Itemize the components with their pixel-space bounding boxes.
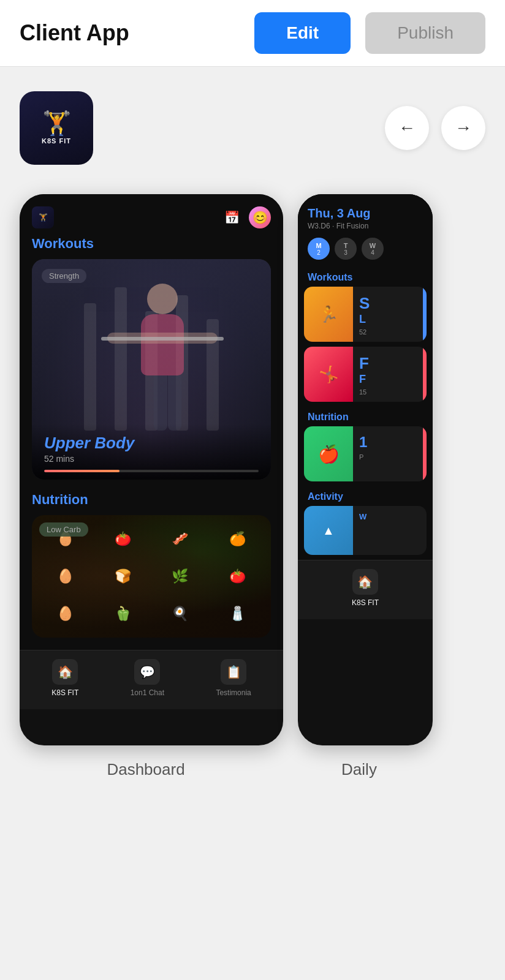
nutrition-accent bbox=[423, 426, 427, 481]
right-arrow-icon: → bbox=[455, 118, 472, 138]
secondary-activity-title: Activity bbox=[298, 486, 433, 506]
day-circle-w: W 4 bbox=[362, 238, 384, 260]
dashboard-label: Dashboard bbox=[39, 760, 252, 779]
workout-time: 52 mins bbox=[44, 454, 259, 464]
nav-item-home[interactable]: 🏠 K8S FIT bbox=[51, 659, 78, 697]
nav-item-testimonia[interactable]: 📋 Testimonia bbox=[216, 659, 251, 697]
food-item: 🍳 bbox=[153, 597, 208, 631]
content-area: 🏋️ K8S FIT ← → 🏋️ 📅 bbox=[0, 67, 505, 816]
low-carb-badge: Low Carb bbox=[39, 522, 88, 537]
prev-arrow-button[interactable]: ← bbox=[385, 106, 429, 150]
nav-label-chat: 1on1 Chat bbox=[131, 688, 164, 697]
user-avatar: 😊 bbox=[249, 206, 271, 228]
secondary-workout-thumb-1: 🏃 bbox=[304, 287, 353, 342]
secondary-phone-screen: Thu, 3 Aug W3.D6 · Fit Fusion M 2 T 3 W bbox=[298, 194, 433, 619]
phones-row: 🏋️ 📅 😊 Workouts bbox=[20, 194, 485, 745]
secondary-workout-thumb-2: 🤸 bbox=[304, 347, 353, 402]
secondary-workout-info-1: S L 52 bbox=[353, 287, 427, 342]
strength-badge: Strength bbox=[42, 269, 86, 283]
secondary-workout-card-2: 🤸 F F 15 bbox=[304, 347, 427, 402]
app-nav-row: 🏋️ K8S FIT ← → bbox=[20, 91, 485, 165]
header: Client App Edit Publish bbox=[0, 0, 505, 67]
testimonia-icon: 📋 bbox=[221, 659, 246, 685]
secondary-workouts-title: Workouts bbox=[298, 267, 433, 287]
main-phone: 🏋️ 📅 😊 Workouts bbox=[20, 194, 283, 745]
secondary-date: Thu, 3 Aug bbox=[308, 206, 423, 221]
page-title: Client App bbox=[20, 20, 129, 46]
food-item: 🍊 bbox=[210, 521, 265, 556]
phone-header: 🏋️ 📅 😊 bbox=[20, 194, 283, 236]
phone-bottom-nav: 🏠 K8S FIT 💬 1on1 Chat 📋 Testimonia bbox=[20, 650, 283, 709]
food-item: 🫑 bbox=[96, 597, 151, 631]
workout-title: Upper Body bbox=[44, 434, 259, 453]
nav-label-home: K8S FIT bbox=[51, 688, 78, 697]
next-arrow-button[interactable]: → bbox=[441, 106, 485, 150]
secondary-activity-thumb: ▲ bbox=[304, 506, 353, 555]
workout-card-info: Upper Body 52 mins bbox=[32, 424, 271, 480]
home-icon: 🏠 bbox=[52, 659, 78, 685]
workout-card: Strength Upper Body 52 mins bbox=[32, 259, 271, 480]
day-circles: M 2 T 3 W 4 bbox=[308, 238, 423, 260]
secondary-subtitle: W3.D6 · Fit Fusion bbox=[308, 222, 423, 230]
food-item: 🍅 bbox=[96, 521, 151, 556]
secondary-nutrition-thumb: 🍎 bbox=[304, 426, 353, 481]
secondary-nutrition-card: 🍎 1 P bbox=[304, 426, 427, 481]
food-item: 🥓 bbox=[153, 521, 208, 556]
daily-label: Daily bbox=[252, 760, 466, 779]
secondary-phone: Thu, 3 Aug W3.D6 · Fit Fusion M 2 T 3 W bbox=[298, 194, 433, 745]
app-icon-mascot: 🏋️ bbox=[42, 111, 71, 135]
food-item: 🥚 bbox=[38, 597, 93, 631]
secondary-home-icon: 🏠 bbox=[352, 569, 378, 595]
nav-label-testimonia: Testimonia bbox=[216, 688, 251, 697]
nav-arrows: ← → bbox=[385, 106, 485, 150]
food-item: 🍅 bbox=[210, 559, 265, 594]
chat-icon: 💬 bbox=[134, 659, 160, 685]
nutrition-card: 🥚 🍅 🥓 🍊 🥚 🍞 🌿 🍅 🥚 🫑 🍳 🧂 bbox=[32, 515, 271, 638]
food-item: 🌿 bbox=[153, 559, 208, 594]
nav-item-chat[interactable]: 💬 1on1 Chat bbox=[131, 659, 164, 697]
day-circle-m: M 2 bbox=[308, 238, 330, 260]
secondary-nav-label: K8S FIT bbox=[352, 598, 379, 607]
food-item: 🧂 bbox=[210, 597, 265, 631]
workouts-section-title: Workouts bbox=[20, 236, 283, 259]
progress-fill bbox=[44, 470, 120, 472]
left-arrow-icon: ← bbox=[398, 118, 416, 138]
phone-header-icons: 📅 😊 bbox=[222, 206, 271, 228]
secondary-phone-header: Thu, 3 Aug W3.D6 · Fit Fusion M 2 T 3 W bbox=[298, 194, 433, 267]
phone-logo: 🏋️ bbox=[32, 206, 54, 228]
secondary-nav-home[interactable]: 🏠 K8S FIT bbox=[352, 569, 379, 607]
secondary-workout-card-1: 🏃 S L 52 bbox=[304, 287, 427, 342]
calendar-icon: 📅 bbox=[222, 208, 241, 227]
workout-accent-1 bbox=[423, 287, 427, 342]
app-icon-text: K8S FIT bbox=[42, 137, 71, 145]
app-icon: 🏋️ K8S FIT bbox=[20, 91, 93, 165]
secondary-bottom-nav: 🏠 K8S FIT bbox=[298, 560, 433, 619]
workout-accent-2 bbox=[423, 347, 427, 402]
edit-button[interactable]: Edit bbox=[254, 12, 351, 54]
secondary-activity-card: ▲ W bbox=[304, 506, 427, 555]
secondary-activity-info: W bbox=[353, 506, 427, 555]
page-labels: Dashboard Daily bbox=[20, 745, 485, 779]
progress-bar bbox=[44, 470, 259, 472]
main-phone-screen: 🏋️ 📅 😊 Workouts bbox=[20, 194, 283, 709]
day-circle-t: T 3 bbox=[335, 238, 357, 260]
food-item: 🥚 bbox=[38, 559, 93, 594]
secondary-nutrition-title: Nutrition bbox=[298, 407, 433, 426]
nutrition-section-title: Nutrition bbox=[20, 492, 283, 515]
publish-button[interactable]: Publish bbox=[365, 12, 485, 54]
food-item: 🍞 bbox=[96, 559, 151, 594]
secondary-nutrition-info: 1 P bbox=[353, 426, 427, 481]
secondary-workout-info-2: F F 15 bbox=[353, 347, 427, 402]
